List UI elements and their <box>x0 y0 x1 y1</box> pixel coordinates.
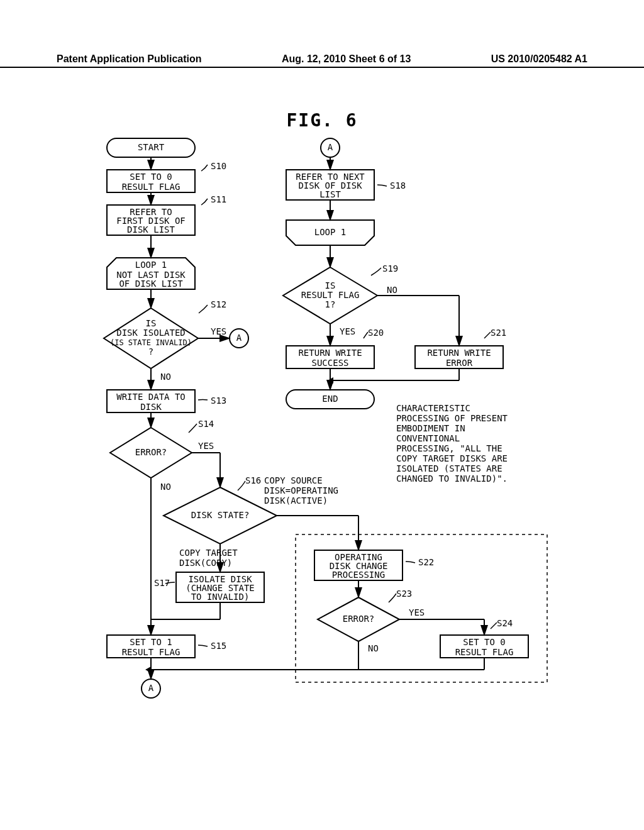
figure-title: FIG. 6 <box>0 110 644 131</box>
s19-line3: 1? <box>325 299 336 309</box>
loop1a-line1: LOOP 1 <box>135 260 167 270</box>
loop1b: LOOP 1 <box>314 227 347 237</box>
flowchart: START SET TO 0 RESULT FLAG S10 REFER TO … <box>57 132 591 799</box>
s20-line2: SUCCESS <box>311 358 348 368</box>
annotation-3: EMBODIMENT IN <box>396 423 465 433</box>
s24-line2: RESULT FLAG <box>455 647 514 657</box>
annotation-2: PROCESSING OF PRESENT <box>396 413 508 423</box>
s15-label: S15 <box>211 641 226 651</box>
header-right: US 2010/0205482 A1 <box>491 53 587 65</box>
s12-no: NO <box>160 372 171 382</box>
s10-line1: SET TO 0 <box>130 172 172 182</box>
s23-yes: YES <box>409 607 425 617</box>
s19-line2: RESULT FLAG <box>301 290 360 300</box>
connector-a-bottom: A <box>148 683 154 693</box>
s16-right1: COPY SOURCE <box>264 475 323 485</box>
s20-line1: RETURN WRITE <box>298 348 362 358</box>
s13-line2: DISK <box>140 402 162 412</box>
s11-label: S11 <box>211 194 226 204</box>
s14-label: S14 <box>198 419 214 429</box>
s10-label: S10 <box>211 161 226 171</box>
loop1a-line3: OF DISK LIST <box>119 279 183 289</box>
s16-label: S16 <box>245 475 261 485</box>
s16-right3: DISK(ACTIVE) <box>264 495 328 506</box>
page-container: Patent Application Publication Aug. 12, … <box>0 0 644 830</box>
annotation-5: PROCESSING, "ALL THE <box>396 443 502 453</box>
s21-line2: ERROR <box>446 358 473 368</box>
s14-yes: YES <box>198 441 214 451</box>
annotation-1: CHARACTERISTIC <box>396 403 470 413</box>
s16-left1: COPY TARGET <box>179 548 238 558</box>
s16-right2: DISK=OPERATING <box>264 485 338 495</box>
s19-line1: IS <box>325 280 336 290</box>
s19-no: NO <box>387 285 397 295</box>
s23-line1: ERROR? <box>343 614 375 624</box>
s15-line1: SET TO 1 <box>130 637 172 647</box>
s19-yes: YES <box>340 326 355 336</box>
s11-line3: DISK LIST <box>127 224 175 235</box>
s12-yes: YES <box>211 326 226 336</box>
svg-marker-24 <box>145 667 151 673</box>
s10-line2: RESULT FLAG <box>122 182 180 192</box>
connector-a-top: A <box>328 142 333 152</box>
connector-a-right: A <box>236 333 242 343</box>
s14-no: NO <box>160 482 171 492</box>
s18-line3: LIST <box>319 189 341 199</box>
s18-label: S18 <box>390 180 406 191</box>
s16-line1: DISK STATE? <box>191 510 250 520</box>
s22-label: S22 <box>418 557 434 567</box>
s23-no: NO <box>368 643 379 653</box>
page-header: Patent Application Publication Aug. 12, … <box>0 53 644 68</box>
s12-label: S12 <box>211 299 226 309</box>
s13-line1: WRITE DATA TO <box>116 392 186 402</box>
s21-label: S21 <box>491 328 506 338</box>
annotation-4: CONVENTIONAL <box>396 433 460 443</box>
s12-line3: (IS STATE INVALID) <box>110 338 192 347</box>
annotation-8: CHANGED TO INVALID)". <box>396 473 508 484</box>
s22-line3: PROCESSING <box>332 570 385 580</box>
s14-line1: ERROR? <box>135 447 167 457</box>
s17-line3: TO INVALID) <box>191 592 250 602</box>
header-center: Aug. 12, 2010 Sheet 6 of 13 <box>282 53 411 65</box>
s19-label: S19 <box>382 263 398 274</box>
s24-line1: SET TO 0 <box>463 637 505 647</box>
annotation-6: COPY TARGET DISKS ARE <box>396 453 508 463</box>
s12-line1: IS <box>146 318 157 328</box>
s20-label: S20 <box>368 328 384 338</box>
end-node: END <box>322 394 338 404</box>
s13-label: S13 <box>211 396 226 406</box>
s21-line1: RETURN WRITE <box>427 348 491 358</box>
s24-label: S24 <box>497 618 513 628</box>
start-node: START <box>138 142 165 152</box>
s23-label: S23 <box>396 589 412 599</box>
s12-line4: ? <box>148 346 153 357</box>
s16-left2: DISK(COPY) <box>179 558 232 568</box>
header-left: Patent Application Publication <box>57 53 202 65</box>
s15-line2: RESULT FLAG <box>122 647 180 657</box>
s12-line2: DISK ISOLATED <box>116 328 186 338</box>
annotation-7: ISOLATED (STATES ARE <box>396 463 502 473</box>
